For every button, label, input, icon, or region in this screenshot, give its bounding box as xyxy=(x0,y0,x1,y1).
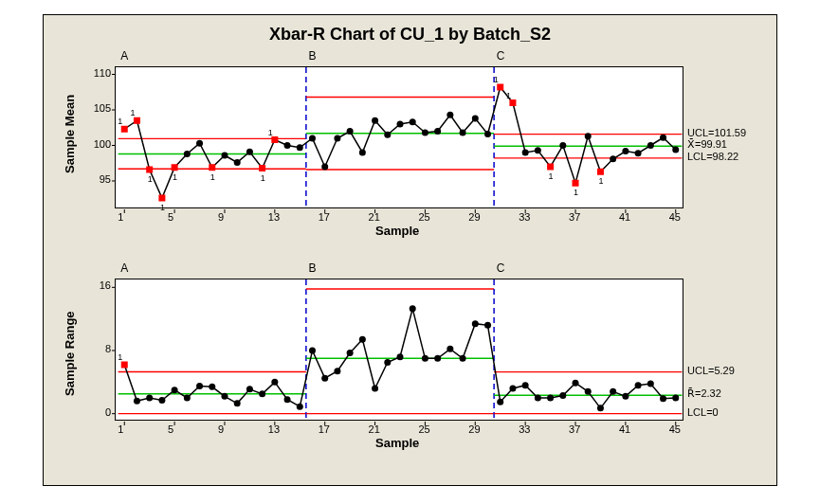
svg-point-113 xyxy=(321,375,328,382)
svg-point-99 xyxy=(146,395,153,402)
svg-text:1: 1 xyxy=(210,172,215,182)
x-tick-label: 1 xyxy=(118,211,123,223)
chart-title: Xbar-R Chart of CU_1 by Batch_S2 xyxy=(44,25,776,45)
svg-point-132 xyxy=(559,392,566,399)
svg-point-44 xyxy=(434,128,441,135)
svg-point-33 xyxy=(297,144,303,151)
svg-rect-13 xyxy=(134,117,140,124)
svg-text:1: 1 xyxy=(261,173,265,183)
stage-label: B xyxy=(308,261,316,275)
stage-label: A xyxy=(120,49,128,63)
r-ylabel: Sample Range xyxy=(63,311,77,396)
svg-point-102 xyxy=(184,395,191,402)
limit-label: UCL=101.59 xyxy=(687,127,746,138)
svg-point-98 xyxy=(134,398,140,405)
x-tick-label: 45 xyxy=(669,211,681,223)
svg-text:1: 1 xyxy=(598,176,603,186)
y-tick-label: 0 xyxy=(84,406,111,418)
svg-rect-11 xyxy=(121,126,128,133)
svg-point-135 xyxy=(597,405,604,411)
svg-text:1: 1 xyxy=(160,203,165,212)
x-tick-label: 41 xyxy=(619,211,630,223)
chart-panel: Xbar-R Chart of CU_1 by Batch_S2 1111111… xyxy=(43,14,777,486)
svg-point-35 xyxy=(321,164,328,171)
x-tick-label: 9 xyxy=(218,211,224,223)
x-tick-label: 1 xyxy=(118,423,123,435)
limit-label: UCL=5.29 xyxy=(687,365,735,376)
x-tick-label: 41 xyxy=(619,423,630,435)
svg-point-105 xyxy=(221,393,228,400)
y-tick-label: 100 xyxy=(84,138,111,150)
svg-point-120 xyxy=(410,305,416,312)
limit-label: R̄=2.32 xyxy=(687,387,721,400)
svg-text:1: 1 xyxy=(130,108,135,117)
svg-point-104 xyxy=(209,384,215,390)
svg-point-112 xyxy=(309,348,316,354)
svg-point-110 xyxy=(284,396,291,403)
svg-point-67 xyxy=(660,135,666,141)
svg-rect-49 xyxy=(497,84,503,91)
svg-text:1: 1 xyxy=(268,128,273,137)
svg-text:1: 1 xyxy=(148,174,153,184)
svg-rect-19 xyxy=(172,164,178,171)
x-tick-label: 5 xyxy=(168,423,173,435)
svg-point-111 xyxy=(297,404,303,410)
x-tick-label: 45 xyxy=(669,423,681,435)
svg-text:1: 1 xyxy=(173,172,177,182)
svg-point-109 xyxy=(271,379,278,386)
svg-text:1: 1 xyxy=(494,75,499,84)
svg-point-121 xyxy=(422,355,428,362)
svg-point-37 xyxy=(347,128,354,135)
svg-text:1: 1 xyxy=(549,171,554,181)
r-xlabel: Sample xyxy=(375,436,419,450)
chart-frame: Xbar-R Chart of CU_1 by Batch_S2 1111111… xyxy=(0,0,820,504)
svg-point-119 xyxy=(397,353,404,360)
x-tick-label: 17 xyxy=(319,423,330,435)
r-plot: 1 xyxy=(115,279,683,421)
svg-point-138 xyxy=(635,382,642,388)
x-tick-label: 25 xyxy=(418,211,429,223)
limit-label: X̄=99.91 xyxy=(687,138,727,151)
svg-point-45 xyxy=(446,112,453,118)
x-tick-label: 21 xyxy=(369,423,380,435)
stage-label: A xyxy=(120,261,128,275)
svg-text:1: 1 xyxy=(118,352,122,362)
x-tick-label: 25 xyxy=(418,423,429,435)
y-tick-label: 95 xyxy=(84,173,111,185)
svg-rect-23 xyxy=(209,164,215,171)
xbar-plot: 1111111111111 xyxy=(115,66,683,208)
svg-point-41 xyxy=(397,121,404,128)
svg-point-125 xyxy=(472,320,479,327)
svg-point-100 xyxy=(158,397,165,404)
svg-point-139 xyxy=(647,381,654,387)
svg-point-43 xyxy=(422,130,428,136)
svg-point-128 xyxy=(509,386,516,392)
svg-point-25 xyxy=(221,153,228,159)
x-tick-label: 37 xyxy=(569,211,580,223)
svg-point-42 xyxy=(410,118,416,125)
svg-point-54 xyxy=(535,147,541,153)
svg-point-115 xyxy=(347,350,354,356)
x-tick-label: 29 xyxy=(468,211,480,223)
limit-label: LCL=0 xyxy=(687,406,719,418)
svg-rect-96 xyxy=(121,362,128,369)
svg-text:1: 1 xyxy=(506,91,511,100)
x-tick-label: 33 xyxy=(519,211,530,223)
svg-point-141 xyxy=(672,395,679,402)
stage-label: C xyxy=(497,261,505,275)
svg-point-27 xyxy=(246,149,253,155)
x-tick-label: 37 xyxy=(569,423,580,435)
svg-point-47 xyxy=(472,116,479,122)
svg-point-21 xyxy=(184,151,191,157)
limit-label: LCL=98.22 xyxy=(687,151,738,162)
svg-point-136 xyxy=(610,388,616,395)
stage-label: C xyxy=(497,49,505,63)
y-tick-label: 110 xyxy=(84,67,111,79)
svg-point-108 xyxy=(259,390,265,397)
x-tick-label: 5 xyxy=(168,211,173,223)
svg-point-106 xyxy=(234,400,241,406)
svg-point-66 xyxy=(647,142,654,149)
svg-point-133 xyxy=(573,380,579,387)
svg-point-46 xyxy=(460,130,466,136)
svg-point-64 xyxy=(622,148,629,154)
